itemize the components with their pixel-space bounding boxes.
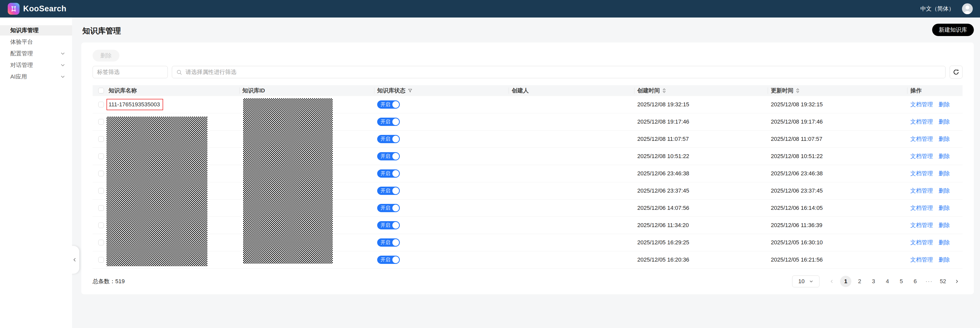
bulk-delete-button[interactable]: 删除: [92, 50, 119, 62]
sidebar-item-1[interactable]: 体验平台: [0, 37, 72, 47]
row-checkbox[interactable]: [98, 119, 104, 124]
refresh-icon: [953, 68, 960, 76]
page-number-52[interactable]: 52: [937, 276, 948, 287]
page-number-6[interactable]: 6: [910, 276, 921, 287]
delete-link[interactable]: 删除: [939, 221, 950, 229]
page-size-select[interactable]: 10: [792, 275, 819, 287]
cell-status: 开启: [374, 100, 509, 109]
doc-manage-link[interactable]: 文档管理: [910, 187, 933, 195]
status-toggle[interactable]: 开启: [377, 100, 400, 109]
doc-manage-link[interactable]: 文档管理: [910, 256, 933, 264]
row-checkbox[interactable]: [98, 102, 104, 107]
cell-status: 开启: [374, 204, 509, 212]
user-avatar[interactable]: [962, 3, 973, 14]
doc-manage-link[interactable]: 文档管理: [910, 135, 933, 143]
sort-icon[interactable]: [795, 88, 800, 94]
delete-link[interactable]: 删除: [939, 118, 950, 126]
table-row: 开启2025/12/06 23:46:382025/12/06 23:46:38…: [92, 165, 963, 182]
create-knowledge-base-button[interactable]: 新建知识库: [932, 24, 974, 36]
cell-updated-time: 2025/12/08 19:32:15: [768, 101, 907, 108]
cell-actions: 文档管理删除: [907, 187, 963, 195]
delete-link[interactable]: 删除: [939, 187, 950, 195]
row-checkbox[interactable]: [98, 136, 104, 142]
cell-created-time: 2025/12/08 11:07:57: [634, 136, 768, 142]
pagination-ellipsis[interactable]: ···: [923, 276, 935, 287]
censored-name-column-block: [107, 117, 207, 266]
sort-icon[interactable]: [662, 88, 667, 94]
language-selector[interactable]: 中文（简体）: [920, 5, 954, 13]
delete-link[interactable]: 删除: [939, 204, 950, 212]
prev-page-button[interactable]: [826, 276, 837, 287]
doc-manage-link[interactable]: 文档管理: [910, 118, 933, 126]
cell-actions: 文档管理删除: [907, 221, 963, 229]
doc-manage-link[interactable]: 文档管理: [910, 221, 933, 229]
chevron-down-icon: [60, 51, 65, 56]
status-toggle[interactable]: 开启: [377, 204, 400, 212]
total-count: 总条数：519: [92, 277, 125, 285]
column-header-5: 更新时间: [768, 85, 907, 96]
cell-name: 111-1765193535003: [105, 99, 239, 110]
status-toggle[interactable]: 开启: [377, 187, 400, 195]
cell-actions: 文档管理删除: [907, 170, 963, 177]
delete-link[interactable]: 删除: [939, 170, 950, 177]
page-number-2[interactable]: 2: [854, 276, 865, 287]
attribute-filter-input[interactable]: [172, 66, 945, 78]
delete-link[interactable]: 删除: [939, 256, 950, 264]
delete-link[interactable]: 删除: [939, 101, 950, 108]
next-page-button[interactable]: [951, 276, 963, 287]
top-bar: KooSearch 中文（简体）: [0, 0, 980, 18]
sidebar-item-2[interactable]: 配置管理: [0, 48, 72, 59]
sidebar-item-4[interactable]: AI应用: [0, 72, 72, 82]
tag-filter-input[interactable]: [92, 66, 168, 78]
refresh-button[interactable]: [950, 66, 963, 78]
doc-manage-link[interactable]: 文档管理: [910, 153, 933, 160]
delete-link[interactable]: 删除: [939, 239, 950, 247]
delete-link[interactable]: 删除: [939, 153, 950, 160]
cell-updated-time: 2025/12/05 16:21:56: [768, 256, 907, 263]
filter-funnel-icon[interactable]: [407, 88, 413, 93]
sidebar-item-0[interactable]: 知识库管理: [0, 25, 72, 35]
row-checkbox[interactable]: [98, 223, 104, 228]
page-number-5[interactable]: 5: [896, 276, 907, 287]
cell-created-time: 2025/12/05 16:20:36: [634, 256, 768, 263]
select-all-checkbox[interactable]: [98, 88, 104, 94]
row-checkbox[interactable]: [98, 257, 104, 263]
row-checkbox[interactable]: [98, 240, 104, 245]
row-checkbox[interactable]: [98, 205, 104, 211]
status-toggle[interactable]: 开启: [377, 169, 400, 178]
status-toggle[interactable]: 开启: [377, 135, 400, 143]
cell-status: 开启: [374, 135, 509, 143]
status-toggle-label: 开启: [380, 136, 390, 142]
toggle-knob: [392, 205, 399, 211]
status-toggle[interactable]: 开启: [377, 239, 400, 247]
cell-status: 开启: [374, 256, 509, 264]
doc-manage-link[interactable]: 文档管理: [910, 239, 933, 247]
page-number-4[interactable]: 4: [882, 276, 893, 287]
status-toggle[interactable]: 开启: [377, 221, 400, 229]
status-toggle[interactable]: 开启: [377, 118, 400, 126]
cell-created-time: 2025/12/06 11:34:20: [634, 222, 768, 229]
status-toggle[interactable]: 开启: [377, 256, 400, 264]
sidebar-item-3[interactable]: 对话管理: [0, 60, 72, 70]
sidebar-item-label: 体验平台: [10, 38, 33, 46]
sidebar-nav: 知识库管理体验平台配置管理对话管理AI应用: [0, 18, 72, 328]
toggle-knob: [392, 136, 399, 142]
status-toggle-label: 开启: [380, 101, 390, 108]
toggle-knob: [392, 239, 399, 246]
page-number-1[interactable]: 1: [840, 276, 851, 287]
table-header-row: 知识库名称知识库ID知识库状态创建人创建时间更新时间操作: [92, 85, 963, 96]
delete-link[interactable]: 删除: [939, 135, 950, 143]
cell-created-time: 2025/12/06 14:07:56: [634, 205, 768, 211]
row-checkbox[interactable]: [98, 153, 104, 159]
row-checkbox[interactable]: [98, 171, 104, 176]
status-toggle[interactable]: 开启: [377, 152, 400, 161]
doc-manage-link[interactable]: 文档管理: [910, 101, 933, 108]
page-title: 知识库管理: [82, 26, 121, 36]
cell-updated-time: 2025/12/06 16:14:05: [768, 205, 907, 211]
cell-updated-time: 2025/12/08 11:07:57: [768, 136, 907, 142]
sidebar-item-label: 对话管理: [10, 61, 33, 69]
doc-manage-link[interactable]: 文档管理: [910, 170, 933, 177]
page-number-3[interactable]: 3: [868, 276, 879, 287]
row-checkbox[interactable]: [98, 188, 104, 194]
doc-manage-link[interactable]: 文档管理: [910, 204, 933, 212]
